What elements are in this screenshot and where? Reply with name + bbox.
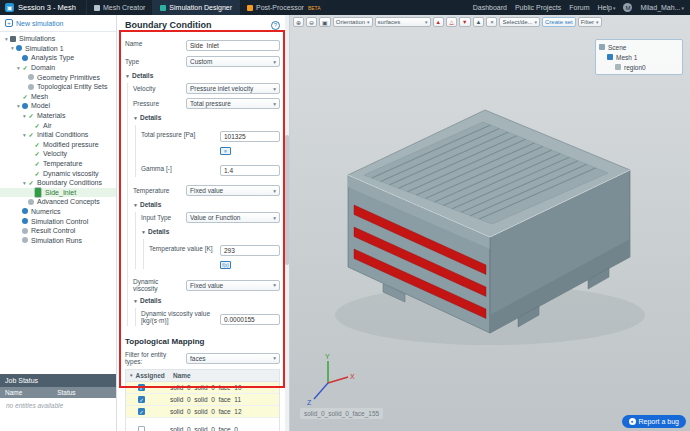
tree-item-topological-entity-sets[interactable]: Topological Entity Sets [0, 82, 116, 92]
table-row[interactable]: solid_0_solid_0_face_10 [126, 382, 279, 394]
tree-item-mesh[interactable]: ✓Mesh [0, 92, 116, 102]
chevron-down-icon[interactable]: ▾ [3, 36, 10, 42]
table-row[interactable]: solid_0_solid_0_face_11 [126, 394, 279, 406]
orientation-select[interactable]: Orientation▾ [333, 17, 373, 27]
create-set-button[interactable]: Create set [542, 17, 576, 27]
link-dashboard[interactable]: Dashboard [473, 4, 507, 11]
chevron-down-icon[interactable]: ▾ [21, 132, 28, 138]
scene-mesh-item[interactable]: Mesh 1 [599, 52, 679, 62]
mesh-icon [607, 54, 613, 60]
chevron-down-icon: ▾ [367, 19, 370, 25]
zoom-out-button[interactable]: ⊖ [306, 17, 317, 27]
assigned-checkbox[interactable] [138, 408, 145, 415]
scrollbar-thumb[interactable] [285, 135, 289, 265]
show-all-button[interactable]: ▲ [473, 17, 485, 27]
assigned-column-header[interactable]: ▼Assigned [126, 370, 170, 381]
chevron-down-icon[interactable]: ▾ [15, 103, 22, 109]
hovered-face-label: solid_0_solid_0_face_155 [300, 408, 383, 419]
tree-item-simulations[interactable]: ▾Simulations [0, 34, 116, 44]
boundary-condition-panel: Boundary Condition ? Name Type Custom▾ ▼… [117, 15, 290, 431]
tree-item-domain[interactable]: ▾✓Domain [0, 63, 116, 73]
tree-item-geometry-primitives[interactable]: Geometry Primitives [0, 72, 116, 82]
assigned-checkbox[interactable] [138, 384, 145, 391]
details-toggle[interactable]: ▼Details [141, 228, 280, 235]
assigned-checkbox[interactable] [138, 426, 145, 431]
tree-item-simulation-runs[interactable]: Simulation Runs [0, 235, 116, 245]
dynamic-viscosity-select[interactable]: Fixed value▾ [186, 280, 280, 291]
top-bar: ▣ Session 3 - Mesh Mesh Creator Simulati… [0, 0, 690, 15]
name-input[interactable] [186, 40, 280, 51]
tab-simulation-designer[interactable]: Simulation Designer [152, 0, 239, 15]
user-menu[interactable]: Milad_Mah...▾ [640, 4, 684, 11]
tree-item-model[interactable]: ▾Model [0, 101, 116, 111]
velocity-select[interactable]: Pressure inlet velocity▾ [186, 83, 280, 94]
gamma-input[interactable] [220, 165, 280, 176]
scene-root-item[interactable]: Scene [599, 42, 679, 52]
type-select[interactable]: Custom▾ [186, 56, 280, 67]
tab-mesh-creator[interactable]: Mesh Creator [86, 0, 152, 15]
tree-item-materials[interactable]: ▾✓Materials [0, 111, 116, 121]
chevron-down-icon[interactable]: ▾ [15, 65, 22, 71]
new-simulation-button[interactable]: + New simulation [0, 15, 116, 32]
show-selection-button[interactable]: △ [446, 17, 457, 27]
chevron-down-icon: ▾ [681, 5, 684, 11]
pressure-select[interactable]: Total pressure▾ [186, 98, 280, 109]
tree-item-boundary-conditions[interactable]: ▾✓Boundary Conditions [0, 178, 116, 188]
report-bug-button[interactable]: ● Report a bug [622, 415, 686, 428]
app-logo-icon[interactable]: ▣ [5, 3, 14, 12]
tree-item-velocity[interactable]: ✓Velocity [0, 149, 116, 159]
dynamic-viscosity-value-input[interactable] [220, 314, 280, 325]
table-row[interactable]: solid_0_solid_0_face_0 [126, 424, 279, 431]
user-avatar[interactable]: M [623, 3, 632, 12]
details-toggle[interactable]: ▼Details [133, 297, 280, 304]
link-help[interactable]: Help▾ [597, 4, 615, 11]
tree-item-temperature[interactable]: ✓Temperature [0, 159, 116, 169]
chevron-down-icon[interactable]: ▾ [21, 180, 28, 186]
tree-item-side-inlet[interactable]: Side_Inlet [0, 188, 116, 198]
details-toggle[interactable]: ▼Details [133, 114, 280, 121]
name-column-header[interactable]: Name [170, 370, 279, 381]
3d-viewport[interactable]: ⊕ ⊖ ▣ Orientation▾ surfaces▾ ▲ △ ▼ ▲ × S… [290, 15, 690, 431]
plus-icon: + [5, 19, 13, 27]
invert-selection-button[interactable]: ▼ [459, 17, 470, 27]
tree-item-analysis-type[interactable]: Analysis Type [0, 53, 116, 63]
input-type-select[interactable]: Value or Function▾ [186, 212, 280, 223]
zoom-in-button[interactable]: ⊕ [293, 17, 304, 27]
assigned-checkbox[interactable] [138, 396, 145, 403]
chevron-down-icon[interactable]: ▾ [9, 45, 16, 51]
chevron-down-icon[interactable]: ▾ [21, 113, 28, 119]
tree-item-initial-conditions[interactable]: ▾✓Initial Conditions [0, 130, 116, 140]
scene-cube-icon [599, 44, 605, 50]
scene-region-item[interactable]: region0 [599, 62, 679, 72]
tree-item-air[interactable]: ✓Air [0, 120, 116, 130]
link-public-projects[interactable]: Public Projects [515, 4, 561, 11]
tree-item-result-control[interactable]: Result Control [0, 226, 116, 236]
formula-table-icon[interactable]: ≡ [220, 147, 231, 155]
tree-item-simulation-control[interactable]: Simulation Control [0, 216, 116, 226]
total-pressure-input[interactable] [220, 131, 280, 142]
zoom-fit-button[interactable]: ▣ [319, 17, 331, 27]
tree-item-numerics[interactable]: Numerics [0, 207, 116, 217]
table-row[interactable]: solid_0_solid_0_face_12 [126, 406, 279, 418]
details-toggle[interactable]: ▼Details [125, 72, 280, 79]
select-deselect-dropdown[interactable]: Select/de...▾ [499, 17, 540, 27]
details-toggle[interactable]: ▼Details [133, 201, 280, 208]
clear-selection-button[interactable]: × [486, 17, 497, 27]
help-icon[interactable]: ? [271, 21, 280, 30]
tree-item-advanced-concepts[interactable]: Advanced Concepts [0, 197, 116, 207]
temperature-select[interactable]: Fixed value▾ [186, 185, 280, 196]
tree-item-modified-pressure[interactable]: ✓Modified pressure [0, 140, 116, 150]
hide-selection-button[interactable]: ▲ [433, 17, 444, 27]
render-mode-select[interactable]: surfaces▾ [375, 17, 431, 27]
job-status-empty-text: no entities available [0, 398, 116, 431]
panel-scrollbar[interactable] [285, 15, 289, 431]
tree-item-dynamic-viscosity[interactable]: ✓Dynamic viscosity [0, 168, 116, 178]
filter-dropdown[interactable]: Filter▾ [578, 17, 602, 27]
formula-fx-button[interactable]: f(x) [220, 261, 231, 269]
tab-post-processor[interactable]: Post-Processor BETA [239, 0, 328, 15]
all-faces-icon: ▲ [476, 19, 482, 25]
tree-item-simulation-1[interactable]: ▾Simulation 1 [0, 44, 116, 54]
link-forum[interactable]: Forum [569, 4, 589, 11]
temperature-value-input[interactable] [220, 245, 280, 256]
entity-type-filter-select[interactable]: faces▾ [186, 353, 280, 364]
